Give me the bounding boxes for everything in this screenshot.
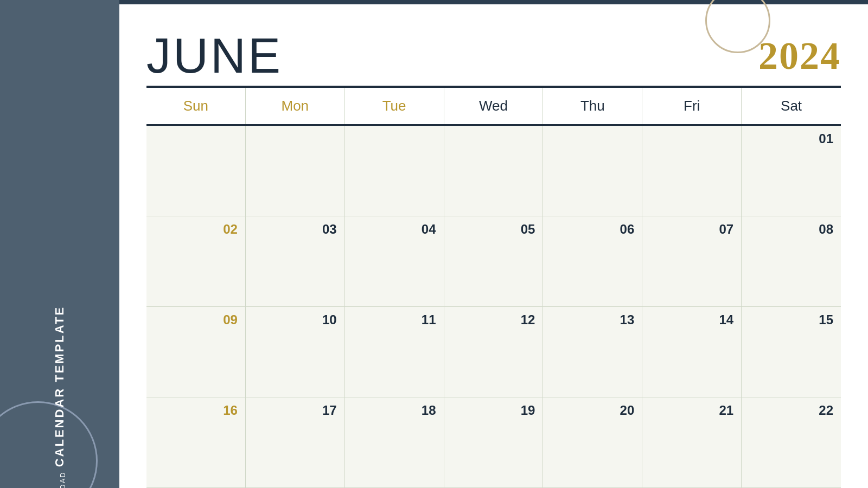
week-row-2: 02 03 04 05 06 07 08 <box>146 216 841 307</box>
week-row-4: 16 17 18 19 20 21 22 <box>146 397 841 488</box>
day-cell-13: 13 <box>543 307 642 397</box>
day-cell-empty <box>345 126 444 216</box>
sidebar-text-block: FREE DOWNLOAD CALENDAR TEMPLATE <box>53 306 67 488</box>
week-row-3: 09 10 11 12 13 14 15 <box>146 307 841 397</box>
day-cell-20: 20 <box>543 397 642 487</box>
year-title: 2024 <box>758 36 841 75</box>
calendar-grid: Sun Mon Tue Wed Thu Fri Sat 01 <box>146 88 841 488</box>
day-cell-12: 12 <box>444 307 544 397</box>
day-cell-03: 03 <box>246 216 345 306</box>
day-cell-19: 19 <box>444 397 544 487</box>
day-cell-18: 18 <box>345 397 444 487</box>
day-cell-21: 21 <box>642 397 742 487</box>
day-cell-22: 22 <box>742 397 841 487</box>
day-cell-16: 16 <box>146 397 246 487</box>
day-cell-05: 05 <box>444 216 544 306</box>
day-cell-07: 07 <box>642 216 742 306</box>
day-cell-empty <box>444 126 544 216</box>
day-cell-08: 08 <box>742 216 841 306</box>
day-cell-06: 06 <box>543 216 642 306</box>
day-header-wed: Wed <box>444 88 544 124</box>
sidebar-decorative-circle <box>0 401 98 488</box>
week-row-1: 01 <box>146 126 841 216</box>
sidebar-calendar-template: CALENDAR TEMPLATE <box>53 306 67 467</box>
calendar-container: JUNE 2024 Sun Mon Tue Wed Thu Fri Sat <box>119 4 868 488</box>
day-header-sun: Sun <box>146 88 246 124</box>
day-cell-15: 15 <box>742 307 841 397</box>
day-cell-empty <box>642 126 742 216</box>
sidebar-free-download: FREE DOWNLOAD <box>59 471 67 488</box>
day-header-mon: Mon <box>246 88 345 124</box>
day-header-sat: Sat <box>742 88 841 124</box>
month-title: JUNE <box>146 31 283 80</box>
day-headers-row: Sun Mon Tue Wed Thu Fri Sat <box>146 88 841 126</box>
day-cell-14: 14 <box>642 307 742 397</box>
weeks-container: 01 02 03 04 05 06 07 08 09 10 11 1 <box>146 126 841 488</box>
day-cell-11: 11 <box>345 307 444 397</box>
day-header-tue: Tue <box>345 88 444 124</box>
day-cell-17: 17 <box>246 397 345 487</box>
day-cell-10: 10 <box>246 307 345 397</box>
day-cell-empty <box>543 126 642 216</box>
day-cell-empty <box>246 126 345 216</box>
day-cell-09: 09 <box>146 307 246 397</box>
day-cell-empty <box>146 126 246 216</box>
day-cell-02: 02 <box>146 216 246 306</box>
sidebar: FREE DOWNLOAD CALENDAR TEMPLATE <box>0 0 119 488</box>
day-cell-04: 04 <box>345 216 444 306</box>
day-cell-01: 01 <box>742 126 841 216</box>
main-content: JUNE 2024 Sun Mon Tue Wed Thu Fri Sat <box>119 0 868 488</box>
day-header-thu: Thu <box>543 88 642 124</box>
day-header-fri: Fri <box>642 88 742 124</box>
